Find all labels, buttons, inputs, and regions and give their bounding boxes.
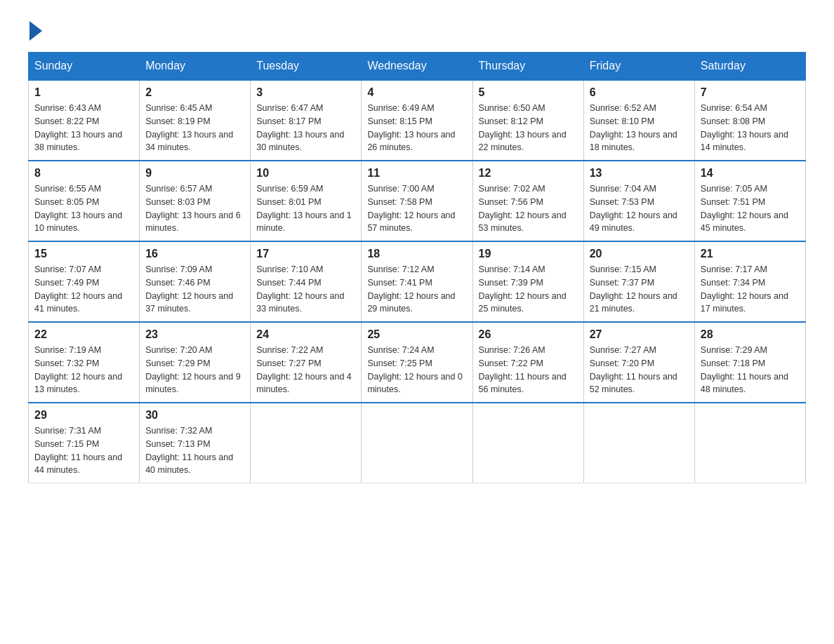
calendar-cell: 6 Sunrise: 6:52 AMSunset: 8:10 PMDayligh…	[583, 80, 694, 161]
calendar-header: SundayMondayTuesdayWednesdayThursdayFrid…	[29, 53, 806, 81]
calendar-cell: 17 Sunrise: 7:10 AMSunset: 7:44 PMDaylig…	[251, 241, 362, 322]
day-number: 25	[367, 328, 466, 341]
day-info: Sunrise: 6:49 AMSunset: 8:15 PMDaylight:…	[367, 102, 466, 154]
day-number: 16	[145, 248, 244, 260]
calendar-cell: 12 Sunrise: 7:02 AMSunset: 7:56 PMDaylig…	[472, 161, 583, 241]
day-number: 11	[367, 167, 466, 180]
day-number: 6	[590, 86, 689, 99]
day-number: 8	[34, 167, 133, 180]
day-number: 30	[145, 409, 244, 422]
calendar-cell: 23 Sunrise: 7:20 AMSunset: 7:29 PMDaylig…	[140, 322, 251, 403]
day-number: 10	[256, 167, 355, 180]
day-info: Sunrise: 7:07 AMSunset: 7:49 PMDaylight:…	[34, 263, 133, 316]
day-number: 12	[479, 167, 578, 180]
day-info: Sunrise: 7:12 AMSunset: 7:41 PMDaylight:…	[367, 263, 466, 316]
week-row-2: 8 Sunrise: 6:55 AMSunset: 8:05 PMDayligh…	[29, 161, 806, 241]
calendar-cell: 10 Sunrise: 6:59 AMSunset: 8:01 PMDaylig…	[251, 161, 362, 241]
calendar-cell: 16 Sunrise: 7:09 AMSunset: 7:46 PMDaylig…	[140, 241, 251, 322]
day-info: Sunrise: 6:59 AMSunset: 8:01 PMDaylight:…	[256, 182, 355, 235]
day-info: Sunrise: 7:29 AMSunset: 7:18 PMDaylight:…	[701, 344, 800, 396]
logo-arrow-icon	[29, 21, 42, 41]
calendar-table: SundayMondayTuesdayWednesdayThursdayFrid…	[28, 52, 806, 483]
day-info: Sunrise: 7:32 AMSunset: 7:13 PMDaylight:…	[145, 424, 244, 477]
day-info: Sunrise: 7:20 AMSunset: 7:29 PMDaylight:…	[145, 344, 244, 396]
calendar-cell: 4 Sunrise: 6:49 AMSunset: 8:15 PMDayligh…	[362, 80, 472, 161]
day-info: Sunrise: 7:10 AMSunset: 7:44 PMDaylight:…	[256, 263, 355, 316]
day-info: Sunrise: 7:24 AMSunset: 7:25 PMDaylight:…	[367, 344, 466, 396]
day-info: Sunrise: 7:02 AMSunset: 7:56 PMDaylight:…	[479, 182, 578, 235]
day-info: Sunrise: 7:09 AMSunset: 7:46 PMDaylight:…	[145, 263, 244, 316]
calendar-cell: 28 Sunrise: 7:29 AMSunset: 7:18 PMDaylig…	[694, 322, 805, 403]
calendar-cell	[362, 403, 472, 483]
day-number: 4	[367, 86, 466, 99]
header-tuesday: Tuesday	[251, 53, 362, 81]
day-info: Sunrise: 7:14 AMSunset: 7:39 PMDaylight:…	[479, 263, 578, 316]
calendar-cell: 3 Sunrise: 6:47 AMSunset: 8:17 PMDayligh…	[251, 80, 362, 161]
day-info: Sunrise: 7:27 AMSunset: 7:20 PMDaylight:…	[590, 344, 689, 396]
calendar-body: 1 Sunrise: 6:43 AMSunset: 8:22 PMDayligh…	[29, 80, 806, 483]
day-info: Sunrise: 6:50 AMSunset: 8:12 PMDaylight:…	[479, 102, 578, 154]
day-number: 20	[590, 248, 689, 260]
calendar-cell: 14 Sunrise: 7:05 AMSunset: 7:51 PMDaylig…	[694, 161, 805, 241]
calendar-cell: 20 Sunrise: 7:15 AMSunset: 7:37 PMDaylig…	[583, 241, 694, 322]
day-info: Sunrise: 7:22 AMSunset: 7:27 PMDaylight:…	[256, 344, 355, 396]
page-header	[28, 21, 806, 38]
calendar-cell: 22 Sunrise: 7:19 AMSunset: 7:32 PMDaylig…	[29, 322, 140, 403]
day-info: Sunrise: 7:04 AMSunset: 7:53 PMDaylight:…	[590, 182, 689, 235]
day-number: 27	[590, 328, 689, 341]
day-number: 7	[701, 86, 800, 99]
day-info: Sunrise: 6:55 AMSunset: 8:05 PMDaylight:…	[34, 182, 133, 235]
day-info: Sunrise: 7:05 AMSunset: 7:51 PMDaylight:…	[701, 182, 800, 235]
day-number: 15	[34, 248, 133, 260]
calendar-cell: 11 Sunrise: 7:00 AMSunset: 7:58 PMDaylig…	[362, 161, 472, 241]
calendar-cell	[583, 403, 694, 483]
calendar-cell: 24 Sunrise: 7:22 AMSunset: 7:27 PMDaylig…	[251, 322, 362, 403]
day-number: 18	[367, 248, 466, 260]
calendar-cell: 18 Sunrise: 7:12 AMSunset: 7:41 PMDaylig…	[362, 241, 472, 322]
day-number: 14	[701, 167, 800, 180]
header-saturday: Saturday	[694, 53, 805, 81]
day-number: 13	[590, 167, 689, 180]
day-number: 2	[145, 86, 244, 99]
calendar-cell	[251, 403, 362, 483]
day-info: Sunrise: 6:54 AMSunset: 8:08 PMDaylight:…	[701, 102, 800, 154]
day-number: 29	[34, 409, 133, 422]
header-thursday: Thursday	[472, 53, 583, 81]
day-number: 24	[256, 328, 355, 341]
calendar-cell	[472, 403, 583, 483]
calendar-cell: 15 Sunrise: 7:07 AMSunset: 7:49 PMDaylig…	[29, 241, 140, 322]
calendar-cell: 19 Sunrise: 7:14 AMSunset: 7:39 PMDaylig…	[472, 241, 583, 322]
day-info: Sunrise: 7:26 AMSunset: 7:22 PMDaylight:…	[479, 344, 578, 396]
day-number: 3	[256, 86, 355, 99]
day-number: 21	[701, 248, 800, 260]
calendar-cell: 5 Sunrise: 6:50 AMSunset: 8:12 PMDayligh…	[472, 80, 583, 161]
calendar-cell: 7 Sunrise: 6:54 AMSunset: 8:08 PMDayligh…	[694, 80, 805, 161]
header-row: SundayMondayTuesdayWednesdayThursdayFrid…	[29, 53, 806, 81]
day-info: Sunrise: 7:17 AMSunset: 7:34 PMDaylight:…	[701, 263, 800, 316]
header-monday: Monday	[140, 53, 251, 81]
calendar-cell: 1 Sunrise: 6:43 AMSunset: 8:22 PMDayligh…	[29, 80, 140, 161]
day-info: Sunrise: 7:19 AMSunset: 7:32 PMDaylight:…	[34, 344, 133, 396]
day-info: Sunrise: 6:47 AMSunset: 8:17 PMDaylight:…	[256, 102, 355, 154]
calendar-cell: 8 Sunrise: 6:55 AMSunset: 8:05 PMDayligh…	[29, 161, 140, 241]
calendar-cell: 30 Sunrise: 7:32 AMSunset: 7:13 PMDaylig…	[140, 403, 251, 483]
day-number: 26	[479, 328, 578, 341]
calendar-cell: 21 Sunrise: 7:17 AMSunset: 7:34 PMDaylig…	[694, 241, 805, 322]
day-number: 17	[256, 248, 355, 260]
calendar-cell	[694, 403, 805, 483]
calendar-cell: 27 Sunrise: 7:27 AMSunset: 7:20 PMDaylig…	[583, 322, 694, 403]
day-info: Sunrise: 7:31 AMSunset: 7:15 PMDaylight:…	[34, 424, 133, 477]
day-info: Sunrise: 6:57 AMSunset: 8:03 PMDaylight:…	[145, 182, 244, 235]
calendar-cell: 26 Sunrise: 7:26 AMSunset: 7:22 PMDaylig…	[472, 322, 583, 403]
week-row-4: 22 Sunrise: 7:19 AMSunset: 7:32 PMDaylig…	[29, 322, 806, 403]
header-wednesday: Wednesday	[362, 53, 472, 81]
day-number: 23	[145, 328, 244, 341]
day-number: 1	[34, 86, 133, 99]
week-row-5: 29 Sunrise: 7:31 AMSunset: 7:15 PMDaylig…	[29, 403, 806, 483]
day-number: 9	[145, 167, 244, 180]
header-friday: Friday	[583, 53, 694, 81]
week-row-3: 15 Sunrise: 7:07 AMSunset: 7:49 PMDaylig…	[29, 241, 806, 322]
day-info: Sunrise: 6:52 AMSunset: 8:10 PMDaylight:…	[590, 102, 689, 154]
day-number: 28	[701, 328, 800, 341]
calendar-cell: 2 Sunrise: 6:45 AMSunset: 8:19 PMDayligh…	[140, 80, 251, 161]
